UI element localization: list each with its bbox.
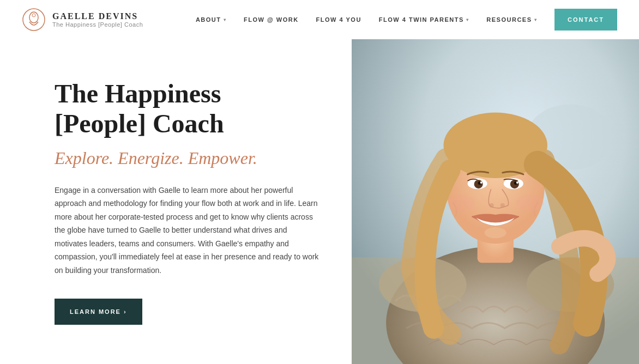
about-dropdown-arrow: ▾ [224,17,227,22]
logo-subtitle: The Happiness [People] Coach [52,21,143,28]
svg-point-21 [500,203,504,208]
svg-point-20 [489,203,493,208]
site-header: GAELLE DEVINS The Happiness [People] Coa… [0,0,639,39]
hero-photo-svg [352,39,639,364]
nav-item-flow-work[interactable]: FLOW @ WORK [244,16,299,23]
nav-item-flow-you[interactable]: FLOW 4 YOU [316,16,361,23]
svg-point-24 [484,227,506,238]
hero-body: Engage in a conversation with Gaelle to … [55,184,319,277]
hero-section: The Happiness [People] Coach Explore. En… [0,39,639,364]
main-nav: ABOUT ▾ FLOW @ WORK FLOW 4 YOU FLOW 4 TW… [196,9,617,31]
svg-point-19 [516,181,518,184]
learn-more-button[interactable]: LEARN MORE › [55,299,142,325]
resources-dropdown-arrow: ▾ [534,17,538,22]
svg-point-23 [516,195,543,211]
svg-point-18 [480,181,482,184]
twins-dropdown-arrow: ▾ [466,17,469,22]
svg-point-2 [32,14,35,17]
hero-title: The Happiness [People] Coach [55,78,319,138]
nav-item-resources[interactable]: RESOURCES ▾ [486,16,537,23]
logo-icon [22,8,46,32]
hero-image [352,39,639,364]
logo[interactable]: GAELLE DEVINS The Happiness [People] Coa… [22,8,143,32]
logo-text: GAELLE DEVINS The Happiness [People] Coa… [52,11,143,28]
contact-button[interactable]: CONTACT [554,9,617,31]
nav-item-flow-twins[interactable]: FLOW 4 TWIN PARENTS ▾ [379,16,469,23]
hero-content: The Happiness [People] Coach Explore. En… [0,39,352,364]
logo-name: GAELLE DEVINS [52,11,143,21]
hero-subtitle: Explore. Energize. Empower. [55,148,319,168]
nav-item-about[interactable]: ABOUT ▾ [196,16,226,23]
svg-point-22 [447,195,474,211]
